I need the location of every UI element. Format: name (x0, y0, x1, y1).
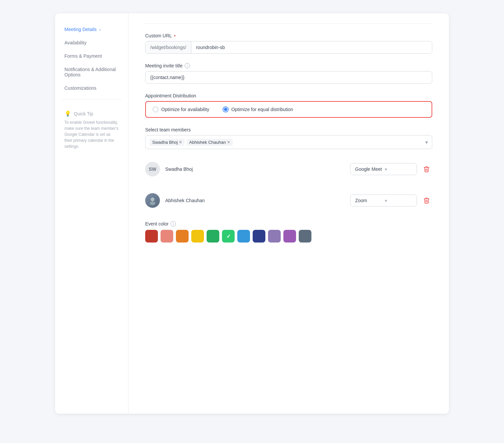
sidebar-item-label: Availability (64, 40, 86, 45)
appointment-distribution-group: Appointment Distribution Optimize for av… (145, 93, 432, 118)
sidebar-item-forms-payment[interactable]: Forms & Payment (62, 50, 121, 62)
sidebar-item-label: Forms & Payment (64, 53, 102, 59)
event-color-info-icon[interactable]: i (171, 221, 176, 227)
svg-point-0 (151, 197, 154, 201)
tag-swadha-label: Swadha Bhoj (152, 140, 178, 145)
radio-outer-equal (223, 106, 229, 112)
tool-select-swadha[interactable]: Google Meet ▾ (350, 163, 417, 175)
quick-tip-header: 💡 Quick Tip (64, 110, 119, 117)
select-team-members-group: Select team members Swadha Bhoj × Abhish… (145, 127, 432, 149)
tag-abhishek: Abhishek Chauhan × (187, 139, 233, 146)
appointment-distribution-label: Appointment Distribution (145, 93, 432, 98)
member-name-abhishek: Abhishek Chauhan (165, 198, 350, 203)
main-content: Custom URL • /widget/bookings/ Meeting i… (129, 13, 449, 414)
radio-optimize-equal[interactable]: Optimize for equal distribution (223, 106, 293, 112)
sidebar: Meeting Details › Availability Forms & P… (55, 13, 129, 414)
meeting-invite-title-label: Meeting invite title i (145, 63, 432, 68)
tag-swadha-remove[interactable]: × (179, 140, 182, 144)
custom-url-group: Custom URL • /widget/bookings/ (145, 33, 432, 54)
tag-abhishek-remove[interactable]: × (227, 140, 230, 144)
custom-url-label: Custom URL • (145, 33, 432, 38)
info-icon[interactable]: i (185, 63, 190, 68)
required-indicator: • (174, 33, 176, 38)
event-color-group: Event color i (145, 221, 432, 243)
sidebar-item-meeting-details[interactable]: Meeting Details › (62, 23, 121, 35)
sidebar-item-availability[interactable]: Availability (62, 37, 121, 49)
sidebar-item-customizations[interactable]: Customizations (62, 82, 121, 94)
quick-tip-section: 💡 Quick Tip To enable Gmeet functionalit… (62, 108, 121, 152)
svg-point-1 (150, 201, 156, 205)
team-members-select[interactable]: Swadha Bhoj × Abhishek Chauhan × ▾ (145, 135, 432, 149)
meeting-invite-title-group: Meeting invite title i (145, 63, 432, 84)
radio-label-availability: Optimize for availability (161, 107, 209, 112)
color-swatch-10[interactable] (299, 230, 311, 243)
radio-outer-availability (153, 106, 159, 112)
color-swatch-4[interactable] (207, 230, 219, 243)
event-color-label: Event color i (145, 221, 432, 227)
sidebar-item-label: Customizations (64, 85, 96, 91)
select-chevron-icon: ▾ (425, 139, 428, 145)
color-swatch-1[interactable] (161, 230, 173, 243)
meeting-invite-title-input[interactable] (145, 71, 432, 84)
radio-label-equal: Optimize for equal distribution (231, 107, 293, 112)
custom-url-input[interactable] (191, 41, 432, 53)
radio-inner-equal (224, 108, 227, 111)
url-prefix: /widget/bookings/ (146, 41, 191, 53)
page-container: Meeting Details › Availability Forms & P… (55, 13, 449, 414)
color-swatch-2[interactable] (176, 230, 189, 243)
distribution-options-box: Optimize for availability Optimize for e… (145, 101, 432, 118)
top-divider (145, 23, 432, 24)
tool-select-abhishek-value: Zoom (355, 198, 382, 203)
sidebar-item-label: Notifications & Additional Options (64, 67, 119, 77)
chevron-down-icon-swadha: ▾ (385, 167, 412, 172)
avatar-swadha: SW (145, 162, 160, 176)
lightbulb-icon: 💡 (64, 110, 71, 117)
radio-optimize-availability[interactable]: Optimize for availability (153, 106, 209, 112)
chevron-down-icon-abhishek: ▾ (385, 198, 412, 203)
avatar-abhishek-svg (148, 196, 157, 205)
color-swatch-3[interactable] (191, 230, 204, 243)
delete-abhishek-button[interactable] (421, 195, 432, 206)
team-member-row-swadha: SW Swadha Bhoj Google Meet ▾ (145, 158, 432, 180)
chevron-right-icon: › (99, 27, 101, 32)
quick-tip-body: To enable Gmeet functionality, make sure… (64, 119, 119, 149)
member-name-swadha: Swadha Bhoj (165, 166, 350, 172)
sidebar-divider (62, 99, 121, 100)
tool-select-abhishek[interactable]: Zoom ▾ (350, 194, 417, 206)
team-member-row-abhishek: Abhishek Chauhan Zoom ▾ (145, 190, 432, 211)
color-swatch-9[interactable] (283, 230, 296, 243)
delete-swadha-button[interactable] (421, 163, 432, 175)
tag-swadha: Swadha Bhoj × (150, 139, 185, 146)
quick-tip-title: Quick Tip (74, 111, 93, 116)
color-swatch-6[interactable] (237, 230, 250, 243)
select-team-members-label: Select team members (145, 127, 432, 132)
color-swatches (145, 230, 432, 243)
sidebar-item-notifications[interactable]: Notifications & Additional Options (62, 63, 121, 81)
color-swatch-7[interactable] (253, 230, 265, 243)
color-swatch-5[interactable] (222, 230, 235, 243)
color-swatch-8[interactable] (268, 230, 281, 243)
color-swatch-0[interactable] (145, 230, 158, 243)
custom-url-input-group: /widget/bookings/ (145, 41, 432, 54)
sidebar-item-label: Meeting Details (64, 27, 97, 32)
tag-abhishek-label: Abhishek Chauhan (189, 140, 226, 145)
avatar-abhishek (145, 193, 160, 208)
tool-select-swadha-value: Google Meet (355, 166, 382, 172)
